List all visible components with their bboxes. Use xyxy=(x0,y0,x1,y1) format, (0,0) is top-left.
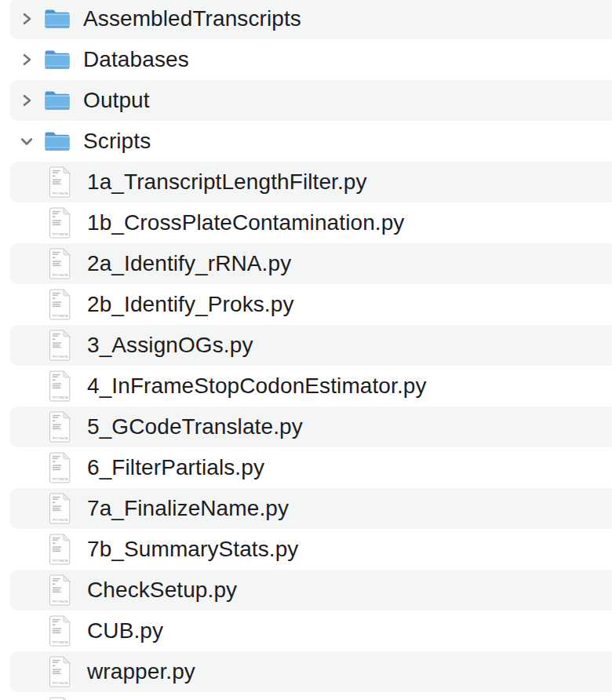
python-file-icon: PYTHON xyxy=(49,411,72,443)
disclosure-triangle[interactable] xyxy=(19,133,35,149)
python-badge-text: PYTHON xyxy=(53,600,68,603)
item-name[interactable]: 5_GCodeTranslate.py xyxy=(87,414,303,439)
list-item[interactable]: PYTHON 5_GCodeTranslate.py xyxy=(0,407,612,447)
python-badge-text: PYTHON xyxy=(53,273,68,277)
disclosure-triangle[interactable] xyxy=(19,52,35,67)
disclosure-triangle[interactable] xyxy=(19,297,35,312)
chevron-right-icon xyxy=(19,11,35,27)
chevron-right-icon xyxy=(19,52,35,67)
item-name[interactable]: 6_FilterPartials.py xyxy=(87,455,264,480)
disclosure-triangle[interactable] xyxy=(19,337,35,353)
disclosure-triangle[interactable] xyxy=(19,541,35,557)
folder-icon xyxy=(44,89,70,113)
folder-icon xyxy=(44,48,70,72)
list-item[interactable]: PYTHON CUB.py xyxy=(0,611,612,651)
list-item[interactable]: PYTHON 4_InFrameStopCodonEstimator.py xyxy=(0,366,612,407)
item-name[interactable]: 2a_Identify_rRNA.py xyxy=(87,251,291,276)
file-list: PYTHON AssembledTranscripts xyxy=(0,0,612,700)
python-file-icon: PYTHON xyxy=(49,697,72,700)
item-name[interactable]: 7a_FinalizeName.py xyxy=(87,496,289,521)
list-item[interactable]: PYTHON 7a_FinalizeName.py xyxy=(0,488,612,529)
disclosure-triangle[interactable] xyxy=(19,582,35,598)
list-item[interactable]: PYTHON 2b_Identify_Proks.py xyxy=(0,284,612,325)
python-badge-text: PYTHON xyxy=(53,232,68,236)
disclosure-triangle[interactable] xyxy=(19,378,35,394)
list-item[interactable]: PYTHON wrapper.py xyxy=(0,651,612,692)
python-file-icon: PYTHON xyxy=(49,452,72,483)
python-badge-text: PYTHON xyxy=(53,396,68,399)
python-file-icon: PYTHON xyxy=(49,615,72,647)
python-file-icon: PYTHON xyxy=(49,289,72,320)
disclosure-triangle[interactable] xyxy=(19,93,35,108)
python-badge-text: PYTHON xyxy=(53,518,68,522)
item-name[interactable]: CUB.py xyxy=(87,618,163,643)
item-name[interactable]: wrapper.py xyxy=(87,659,195,684)
folder-icon xyxy=(44,129,70,154)
python-file-icon: PYTHON xyxy=(49,370,72,402)
item-name[interactable]: 2b_Identify_Proks.py xyxy=(87,292,294,317)
item-name[interactable]: 1b_CrossPlateContamination.py xyxy=(87,210,404,235)
disclosure-triangle[interactable] xyxy=(19,256,35,272)
item-name[interactable]: CheckSetup.py xyxy=(87,578,237,603)
list-item[interactable]: PYTHON 6_FilterPartials.py xyxy=(0,447,612,488)
list-item[interactable]: PYTHON AssembledTranscripts xyxy=(0,0,612,39)
python-badge-text: PYTHON xyxy=(53,355,68,359)
item-name[interactable]: AssembledTranscripts xyxy=(83,6,301,31)
python-file-icon: PYTHON xyxy=(49,493,72,524)
disclosure-triangle[interactable] xyxy=(19,460,35,476)
python-file-icon: PYTHON xyxy=(49,207,72,239)
item-name[interactable]: Scripts xyxy=(83,129,151,154)
list-item[interactable]: PYTHON Scripts xyxy=(0,121,612,162)
list-item-partial[interactable]: PYTHON xyxy=(0,692,612,700)
python-badge-text: PYTHON xyxy=(53,559,68,563)
python-badge-text: PYTHON xyxy=(53,640,68,644)
item-name[interactable]: Databases xyxy=(83,47,189,72)
list-item[interactable]: PYTHON 1a_TranscriptLengthFilter.py xyxy=(0,162,612,202)
disclosure-triangle[interactable] xyxy=(19,501,35,516)
item-name[interactable]: 1a_TranscriptLengthFilter.py xyxy=(87,170,367,195)
python-file-icon: PYTHON xyxy=(49,248,72,279)
folder-icon xyxy=(44,7,70,31)
python-badge-text: PYTHON xyxy=(53,477,68,481)
list-item[interactable]: PYTHON 3_AssignOGs.py xyxy=(0,325,612,366)
python-file-icon: PYTHON xyxy=(49,656,72,687)
python-file-icon: PYTHON xyxy=(49,166,72,198)
item-name[interactable]: Output xyxy=(83,88,150,113)
chevron-down-icon xyxy=(19,133,35,149)
disclosure-triangle[interactable] xyxy=(19,11,35,27)
python-badge-text: PYTHON xyxy=(53,191,68,195)
python-file-icon: PYTHON xyxy=(49,330,72,361)
disclosure-triangle[interactable] xyxy=(19,215,35,231)
python-file-icon: PYTHON xyxy=(49,534,72,565)
python-badge-text: PYTHON xyxy=(53,681,68,685)
disclosure-triangle[interactable] xyxy=(19,174,35,190)
list-item[interactable]: PYTHON Output xyxy=(0,80,612,121)
list-item[interactable]: PYTHON 7b_SummaryStats.py xyxy=(0,529,612,570)
python-file-icon: PYTHON xyxy=(49,574,72,606)
disclosure-triangle[interactable] xyxy=(19,664,35,680)
python-badge-text: PYTHON xyxy=(53,436,68,440)
disclosure-triangle[interactable] xyxy=(19,419,35,435)
item-name[interactable]: 3_AssignOGs.py xyxy=(87,333,253,358)
python-badge-text: PYTHON xyxy=(53,314,68,318)
list-item[interactable]: PYTHON CheckSetup.py xyxy=(0,570,612,611)
chevron-right-icon xyxy=(19,93,35,108)
item-name[interactable]: 7b_SummaryStats.py xyxy=(87,537,298,562)
list-item[interactable]: PYTHON Databases xyxy=(0,39,612,80)
list-item[interactable]: PYTHON 1b_CrossPlateContamination.py xyxy=(0,202,612,243)
disclosure-triangle[interactable] xyxy=(19,623,35,639)
list-item[interactable]: PYTHON 2a_Identify_rRNA.py xyxy=(0,243,612,284)
item-name[interactable]: 4_InFrameStopCodonEstimator.py xyxy=(87,374,427,399)
